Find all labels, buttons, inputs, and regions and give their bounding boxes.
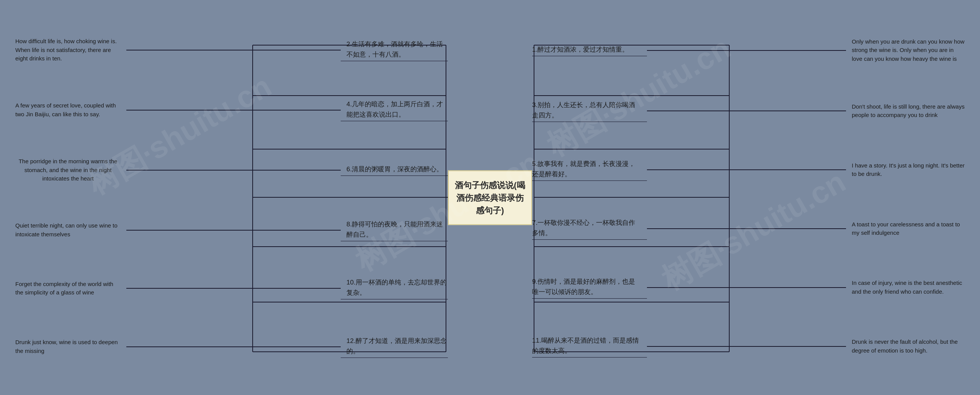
left-items-container: How difficult life is, how choking wine …: [15, 0, 448, 395]
central-title: 酒句子伤感说说(喝酒伤感经典语录伤感句子): [455, 180, 525, 215]
right-zh-4: 7.一杯敬你漫不经心，一杯敬我自作多情。: [532, 218, 647, 240]
right-hline-1: [647, 50, 846, 51]
left-zh-4: 8.静得可怕的夜晚，只能用酒来迷醉自己。: [341, 219, 448, 241]
right-hline-6: [647, 346, 846, 347]
right-zh-5: 9.伤情时，酒是最好的麻醉剂，也是唯一可以倾诉的朋友。: [532, 276, 647, 299]
right-hline-2: [647, 111, 846, 111]
left-item-2: A few years of secret love, coupled with…: [15, 99, 448, 121]
left-item-1: How difficult life is, how choking wine …: [15, 37, 448, 63]
left-hline-2: [126, 110, 341, 111]
left-zh-6: 12.醉了才知道，酒是用来加深思念的。: [341, 336, 448, 358]
right-zh-2: 3.别拍，人生还长，总有人陪你喝酒走四方。: [532, 100, 647, 122]
left-en-4: Quiet terrible night, can only use wine …: [15, 221, 126, 239]
left-item-3: The porridge in the morning warms the st…: [15, 157, 448, 183]
left-en-2: A few years of secret love, coupled with…: [15, 101, 126, 119]
right-item-1: 1.醉过才知酒浓，爱过才知情重。 Only when you are drunk…: [532, 37, 965, 63]
left-en-5: Forget the complexity of the world with …: [15, 280, 126, 297]
right-zh-3: 5.故事我有，就是费酒，长夜漫漫，还是醉着好。: [532, 159, 647, 181]
right-item-4: 7.一杯敬你漫不经心，一杯敬我自作多情。 A toast to your car…: [532, 218, 965, 240]
left-hline-6: [126, 346, 341, 347]
right-hline-5: [647, 287, 846, 288]
right-hline-3: [647, 169, 846, 170]
right-item-3: 5.故事我有，就是费酒，长夜漫漫，还是醉着好。 I have a story. …: [532, 159, 965, 181]
right-en-1: Only when you are drunk can you know how…: [846, 37, 965, 63]
right-en-2: Don't shoot, life is still long, there a…: [846, 102, 965, 120]
left-item-5: Forget the complexity of the world with …: [15, 277, 448, 299]
right-en-4: A toast to your carelessness and a toast…: [846, 220, 965, 237]
left-item-4: Quiet terrible night, can only use wine …: [15, 219, 448, 241]
left-hline-4: [126, 230, 341, 231]
left-zh-2: 4.几年的暗恋，加上两斤白酒，才能把这喜欢说出口。: [341, 99, 448, 121]
right-item-5: 9.伤情时，酒是最好的麻醉剂，也是唯一可以倾诉的朋友。 In case of i…: [532, 276, 965, 299]
left-en-3: The porridge in the morning warms the st…: [15, 157, 126, 183]
right-zh-6: 11.喝醉从来不是酒的过错，而是感情的度数太高。: [532, 335, 647, 358]
right-en-5: In case of injury, wine is the best anes…: [846, 279, 965, 296]
right-hline-4: [647, 228, 846, 229]
left-en-1: How difficult life is, how choking wine …: [15, 37, 126, 63]
right-en-6: Drunk is never the fault of alcohol, but…: [846, 338, 965, 355]
right-items-container: 1.醉过才知酒浓，爱过才知情重。 Only when you are drunk…: [532, 0, 965, 395]
left-hline-1: [126, 50, 341, 50]
right-en-3: I have a story. It's just a long night. …: [846, 161, 965, 179]
left-hline-3: [126, 170, 341, 171]
right-item-6: 11.喝醉从来不是酒的过错，而是感情的度数太高。 Drunk is never …: [532, 335, 965, 358]
left-en-6: Drunk just know, wine is used to deepen …: [15, 338, 126, 355]
left-zh-3: 6.清晨的粥暖胃，深夜的酒醉心。: [341, 164, 448, 176]
central-node: 酒句子伤感说说(喝酒伤感经典语录伤感句子): [448, 170, 532, 225]
left-zh-5: 10.用一杯酒的单纯，去忘却世界的复杂。: [341, 277, 448, 299]
right-zh-1: 1.醉过才知酒浓，爱过才知情重。: [532, 44, 647, 56]
left-zh-1: 2.生活有多难，酒就有多呛，生活不如意，十有八酒。: [341, 39, 448, 61]
left-item-6: Drunk just know, wine is used to deepen …: [15, 336, 448, 358]
right-item-2: 3.别拍，人生还长，总有人陪你喝酒走四方。 Don't shoot, life …: [532, 100, 965, 122]
left-hline-5: [126, 288, 341, 289]
